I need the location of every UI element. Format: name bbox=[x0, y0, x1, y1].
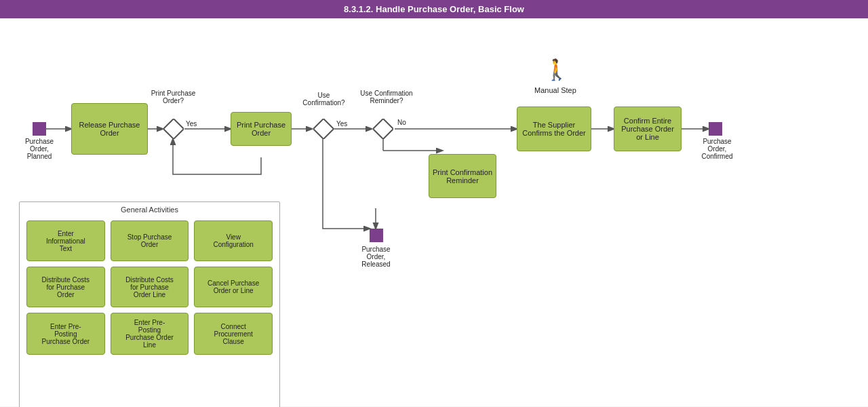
confirm-entire-po[interactable]: Confirm Entire Purchase Order or Line bbox=[614, 106, 682, 151]
use-confirmation-reminder-label: Use Confirmation Reminder? bbox=[359, 90, 414, 104]
purchase-order-planned-label: Purchase Order, Planned bbox=[19, 138, 60, 160]
no1-label: No bbox=[397, 119, 406, 126]
gen-item-6[interactable]: Enter Pre-PostingPurchase Order bbox=[26, 313, 105, 355]
yes1-label: Yes bbox=[186, 120, 197, 128]
print-po-question-label: Print Purchase Order? bbox=[148, 90, 199, 104]
gen-item-2[interactable]: ViewConfiguration bbox=[194, 220, 273, 261]
general-activities-grid: EnterInformationalText Stop PurchaseOrde… bbox=[20, 216, 279, 359]
gen-item-4[interactable]: Distribute Costsfor PurchaseOrder Line bbox=[111, 267, 189, 307]
release-purchase-order[interactable]: Release Purchase Order bbox=[71, 103, 148, 155]
end-node bbox=[709, 122, 722, 136]
gen-item-5[interactable]: Cancel PurchaseOrder or Line bbox=[194, 267, 273, 307]
general-activities-title: General Activities bbox=[20, 202, 279, 216]
page-title: 8.3.1.2. Handle Purchase Order, Basic Fl… bbox=[0, 0, 868, 18]
general-activities-box: General Activities EnterInformationalTex… bbox=[19, 201, 280, 407]
po-released-node bbox=[370, 229, 383, 242]
yes2-label: Yes bbox=[336, 120, 347, 128]
print-purchase-order[interactable]: Print Purchase Order bbox=[231, 112, 292, 146]
gen-item-7[interactable]: Enter Pre-PostingPurchase OrderLine bbox=[111, 313, 189, 355]
manual-step-label: Manual Step bbox=[534, 86, 576, 94]
svg-marker-12 bbox=[313, 119, 334, 139]
gen-item-1[interactable]: Stop PurchaseOrder bbox=[111, 220, 189, 261]
diagram-area: Purchase Order, Planned Release Purchase… bbox=[0, 18, 868, 406]
use-confirmation-label: Use Confirmation? bbox=[298, 92, 349, 106]
svg-marker-13 bbox=[373, 119, 393, 139]
start-node bbox=[33, 122, 46, 136]
diamond-print-po bbox=[163, 119, 184, 139]
supplier-confirms[interactable]: The Supplier Confirms the Order bbox=[517, 106, 591, 151]
purchase-order-released-label: Purchase Order, Released bbox=[354, 246, 398, 268]
gen-item-0[interactable]: EnterInformationalText bbox=[26, 220, 105, 261]
gen-item-8[interactable]: ConnectProcurementClause bbox=[194, 313, 273, 355]
diamond-use-confirmation-reminder bbox=[373, 119, 393, 139]
print-confirmation-reminder[interactable]: Print Confirmation Reminder bbox=[429, 154, 496, 198]
purchase-order-confirmed-label: Purchase Order, Confirmed bbox=[695, 138, 739, 160]
gen-item-3[interactable]: Distribute Costsfor PurchaseOrder bbox=[26, 267, 105, 307]
person-icon: 🚶 bbox=[544, 58, 569, 81]
svg-marker-11 bbox=[163, 119, 184, 139]
diamond-use-confirmation bbox=[313, 119, 334, 139]
